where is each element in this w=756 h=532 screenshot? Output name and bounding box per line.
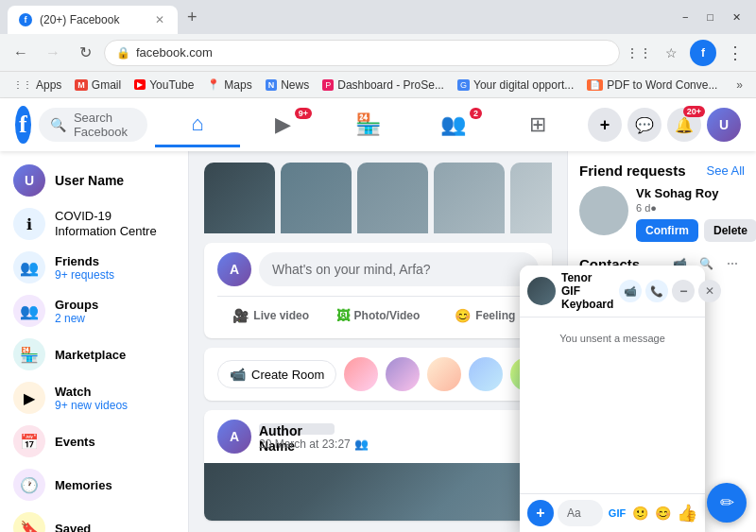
window-maximize-button[interactable]: □: [699, 8, 721, 26]
sidebar-item-events[interactable]: 📅 Events: [4, 420, 184, 463]
address-bar[interactable]: 🔒 facebook.com: [104, 40, 620, 66]
story-row: [204, 163, 552, 233]
bookmark-maps[interactable]: 📍 Maps: [201, 77, 257, 94]
groups-badge: 2: [470, 108, 482, 119]
bookmark-youtube[interactable]: ▶ YouTube: [129, 77, 199, 94]
create-button[interactable]: +: [588, 108, 622, 142]
story-card-3[interactable]: [357, 163, 428, 233]
sidebar-item-watch[interactable]: ▶ Watch 9+ new videos: [4, 376, 184, 420]
tab-close-button[interactable]: ✕: [153, 11, 166, 28]
nav-home[interactable]: ⌂: [155, 102, 240, 147]
extensions-button[interactable]: ⋮⋮: [626, 40, 652, 66]
post-image: [204, 463, 552, 521]
delete-button[interactable]: Delete: [704, 219, 756, 242]
room-avatar-1[interactable]: [344, 357, 378, 391]
bookmark-pdf[interactable]: 📄 PDF to Word Conve...: [581, 77, 723, 94]
msg-system-text: You unsent a message: [525, 329, 699, 348]
messenger-input-placeholder: Aa: [567, 506, 581, 520]
messenger-minimize-btn[interactable]: −: [672, 280, 695, 302]
sidebar-user-avatar: U: [13, 164, 45, 197]
post-public-icon: 👥: [354, 438, 369, 451]
browser-tab[interactable]: f (20+) Facebook ✕: [8, 6, 178, 34]
friend-req-avatar: [579, 186, 628, 235]
fb-nav: ⌂ ▶ 9+ 🏪 👥 2 ⊞: [155, 102, 580, 147]
sidebar-item-friends[interactable]: 👥 Friends 9+ requests: [4, 246, 184, 289]
sidebar-username: User Name: [55, 173, 124, 188]
star-button[interactable]: ☆: [658, 40, 684, 66]
story-card-2[interactable]: [281, 163, 352, 233]
messenger-video-btn[interactable]: 📹: [619, 280, 642, 302]
messenger-call-btn[interactable]: 📞: [645, 280, 668, 302]
sidebar-item-groups[interactable]: 👥 Groups 2 new: [4, 289, 184, 333]
see-all-link[interactable]: See All: [707, 163, 745, 178]
contacts-more-btn[interactable]: ⋯: [720, 251, 745, 276]
url-text: facebook.com: [136, 45, 213, 60]
watch-subtext: 9+ new videos: [55, 399, 128, 412]
reload-button[interactable]: ↻: [72, 40, 98, 66]
sidebar-item-saved[interactable]: 🔖 Saved: [4, 506, 184, 532]
create-post-placeholder: What's on your mind, Arfa?: [272, 262, 431, 277]
confirm-button[interactable]: Confirm: [636, 219, 698, 242]
window-minimize-button[interactable]: −: [675, 8, 696, 26]
story-card-4[interactable]: [434, 163, 505, 233]
sidebar-item-covid[interactable]: ℹ COVID-19 Information Centre: [4, 202, 184, 246]
profile-dropdown[interactable]: U: [707, 108, 741, 142]
fb-logo[interactable]: f: [15, 106, 31, 144]
saved-icon: 🔖: [13, 512, 45, 532]
story-card-5[interactable]: [510, 163, 552, 233]
sidebar-user-item[interactable]: U User Name: [4, 159, 184, 202]
room-avatar-4[interactable]: [469, 357, 503, 391]
create-post-avatar: A: [217, 252, 251, 286]
live-video-btn[interactable]: 🎥 Live video: [217, 302, 324, 329]
fb-header: f 🔍 Search Facebook ⌂ ▶ 9+ 🏪 👥 2 ⊞: [0, 98, 756, 151]
messenger-attach-btn[interactable]: +: [527, 500, 554, 526]
watch-label: Watch: [55, 385, 128, 399]
messenger-icon-button[interactable]: 💬: [627, 108, 662, 142]
bookmark-apps[interactable]: ⋮⋮ Apps: [8, 77, 67, 94]
nav-pages[interactable]: ⊞: [495, 102, 580, 147]
bookmark-gmail[interactable]: M Gmail: [69, 77, 127, 94]
post-card: A Author Name 20 March at 23:27 👥: [204, 410, 552, 521]
floating-compose-btn[interactable]: ✏: [707, 483, 747, 523]
nav-marketplace[interactable]: 🏪: [325, 102, 410, 147]
back-button[interactable]: ←: [8, 40, 34, 66]
room-avatar-3[interactable]: [427, 357, 461, 391]
photo-video-icon: 🖼: [336, 308, 350, 323]
window-close-button[interactable]: ✕: [725, 8, 748, 27]
more-button[interactable]: ⋮: [722, 40, 748, 66]
messenger-popup: Tenor GIF Keyboard 📹 📞 − ✕ You unsent a …: [520, 266, 705, 532]
photo-video-btn[interactable]: 🖼 Photo/Video: [324, 302, 431, 329]
room-icon: 📹: [230, 367, 246, 382]
create-post-input[interactable]: What's on your mind, Arfa?: [259, 252, 539, 286]
messenger-like-btn[interactable]: 👍: [677, 503, 697, 523]
forward-button[interactable]: →: [40, 40, 66, 66]
sidebar-item-memories[interactable]: 🕐 Memories: [4, 463, 184, 506]
nav-watch[interactable]: ▶ 9+: [240, 102, 325, 147]
facebook-app: f 🔍 Search Facebook ⌂ ▶ 9+ 🏪 👥 2 ⊞: [0, 98, 756, 532]
bookmarks-overflow[interactable]: »: [730, 77, 748, 94]
messenger-close-btn[interactable]: ✕: [698, 280, 721, 302]
bookmarks-bar: ⋮⋮ Apps M Gmail ▶ YouTube 📍 Maps N News …: [0, 72, 756, 98]
notification-button[interactable]: 🔔 20+: [667, 108, 701, 142]
live-video-label: Live video: [253, 309, 309, 322]
create-post-card: A What's on your mind, Arfa? 🎥 Live vide…: [204, 243, 552, 338]
home-icon: ⌂: [191, 112, 203, 136]
friend-requests-title: Friend requests: [579, 163, 686, 179]
new-tab-button[interactable]: +: [181, 6, 203, 29]
create-room-btn[interactable]: 📹 Create Room: [217, 360, 336, 388]
bookmark-news[interactable]: N News: [260, 77, 316, 94]
profile-button[interactable]: f: [690, 40, 716, 66]
nav-groups[interactable]: 👥 2: [410, 102, 495, 147]
sidebar-item-marketplace[interactable]: 🏪 Marketplace: [4, 333, 184, 376]
messenger-gif-btn[interactable]: GIF: [607, 503, 627, 523]
bookmark-digital[interactable]: G Your digital opport...: [452, 77, 579, 94]
messenger-sticker-btn[interactable]: 🙂: [629, 503, 650, 523]
story-card-1[interactable]: [204, 163, 275, 233]
watch-sidebar-icon: ▶: [13, 382, 45, 414]
messenger-emoji-btn[interactable]: 😊: [652, 503, 673, 523]
bookmark-dashboard[interactable]: P Dashboard - ProSe...: [317, 77, 450, 94]
friends-icon: 👥: [13, 251, 45, 283]
messenger-input[interactable]: Aa: [558, 500, 603, 526]
fb-search-bar[interactable]: 🔍 Search Facebook: [39, 108, 147, 142]
room-avatar-2[interactable]: [386, 357, 420, 391]
